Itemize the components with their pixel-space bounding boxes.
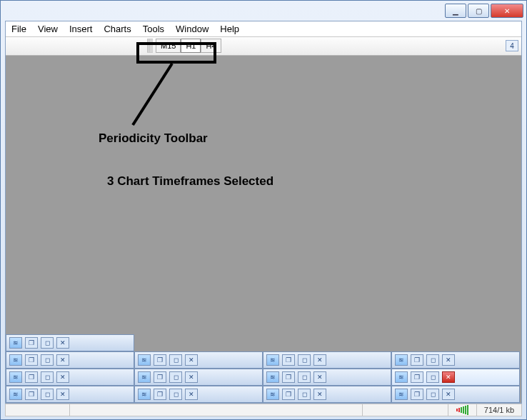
chart-icon: ≋ — [266, 371, 279, 383]
menu-view[interactable]: View — [38, 24, 58, 34]
chart-icon: ≋ — [395, 354, 408, 366]
maximize-icon[interactable]: ◻ — [426, 371, 439, 383]
chart-icon: ≋ — [9, 389, 22, 400]
period-btn-2[interactable]: H4 — [201, 39, 221, 53]
period-btn-1[interactable]: H1 — [181, 39, 201, 53]
restore-icon[interactable]: ❐ — [154, 354, 166, 366]
maximize-icon[interactable]: ◻ — [169, 389, 182, 400]
menu-file[interactable]: File — [11, 24, 26, 34]
close-icon[interactable]: ✕ — [185, 354, 198, 366]
status-kb: 714/1 kb — [477, 406, 521, 414]
minimized-chart-window[interactable]: ≋ ❐ ◻ ✕ — [263, 386, 391, 403]
menu-help[interactable]: Help — [220, 24, 239, 34]
window-maximize-button[interactable]: ▢ — [468, 4, 489, 18]
close-icon[interactable]: ✕ — [56, 337, 69, 349]
statusbar: 714/1 kb — [5, 404, 522, 416]
menu-charts[interactable]: Charts — [104, 24, 131, 34]
period-btn-0[interactable]: M15 — [156, 39, 181, 53]
maximize-icon[interactable]: ◻ — [41, 371, 54, 383]
toolbar-right-badge[interactable]: 4 — [506, 40, 518, 51]
minimized-chart-window[interactable]: ≋ ❐ ◻ ✕ — [263, 369, 391, 386]
maximize-icon[interactable]: ◻ — [169, 354, 182, 366]
menu-window[interactable]: Window — [176, 24, 209, 34]
chart-icon: ≋ — [138, 371, 151, 383]
restore-icon[interactable]: ❐ — [25, 354, 38, 366]
maximize-icon[interactable]: ◻ — [41, 354, 54, 366]
chart-icon: ≋ — [138, 354, 151, 366]
restore-icon[interactable]: ❐ — [411, 354, 423, 366]
chart-icon: ≋ — [266, 354, 279, 366]
maximize-icon[interactable]: ◻ — [41, 337, 54, 349]
restore-icon[interactable]: ❐ — [154, 371, 166, 383]
maximize-icon: ▢ — [476, 7, 482, 15]
window-minimize-button[interactable]: ▁ — [445, 4, 466, 18]
chart-icon: ≋ — [266, 389, 279, 400]
chart-icon: ≋ — [395, 389, 408, 400]
status-seg-1 — [6, 404, 70, 416]
minimized-chart-window[interactable]: ≋ ❐ ◻ ✕ — [134, 386, 263, 403]
minimized-windows-area: ≋ ❐ ◻ ✕ ≋ ❐ ◻ ✕ ≋ ❐ — [6, 334, 521, 403]
minimized-chart-window[interactable]: ≋ ❐ ◻ ✕ — [263, 351, 391, 369]
maximize-icon[interactable]: ◻ — [426, 389, 439, 400]
close-icon[interactable]: ✕ — [56, 371, 69, 383]
mdi-workspace: Periodicity Toolbar 3 Chart Timeframes S… — [6, 56, 521, 403]
restore-icon[interactable]: ❐ — [25, 337, 38, 349]
menubar: File View Insert Charts Tools Window Hel… — [6, 21, 521, 37]
minimized-chart-window[interactable]: ≋ ❐ ◻ ✕ — [6, 351, 134, 369]
close-icon[interactable]: ✕ — [313, 371, 326, 383]
close-icon[interactable]: ✕ — [442, 389, 455, 400]
annotation-subtitle: 3 Chart Timeframes Selected — [107, 174, 273, 189]
client-area: File View Insert Charts Tools Window Hel… — [5, 21, 522, 404]
restore-icon[interactable]: ❐ — [282, 354, 295, 366]
close-icon[interactable]: ✕ — [442, 354, 455, 366]
close-icon[interactable]: ✕ — [185, 371, 198, 383]
maximize-icon[interactable]: ◻ — [298, 389, 311, 400]
chart-icon: ≋ — [395, 371, 408, 383]
titlebar: ▁ ▢ ✕ — [1, 1, 526, 21]
close-icon[interactable]: ✕ — [442, 371, 455, 383]
chart-icon: ≋ — [9, 371, 22, 383]
restore-icon[interactable]: ❐ — [282, 389, 295, 400]
minimized-chart-window[interactable]: ≋ ❐ ◻ ✕ — [134, 369, 263, 386]
restore-icon[interactable]: ❐ — [282, 371, 295, 383]
menu-tools[interactable]: Tools — [143, 24, 164, 34]
annotation-title: Periodicity Toolbar — [99, 131, 208, 146]
periodicity-toolbar: M15 H1 H4 — [147, 39, 221, 53]
close-icon: ✕ — [504, 7, 510, 15]
connection-bars-icon — [448, 404, 477, 416]
restore-icon[interactable]: ❐ — [25, 389, 38, 400]
chart-icon: ≋ — [138, 389, 151, 400]
close-icon[interactable]: ✕ — [313, 389, 326, 400]
minimized-chart-window[interactable]: ≋ ❐ ◻ ✕ — [391, 351, 520, 369]
menu-insert[interactable]: Insert — [69, 24, 93, 34]
status-seg-2 — [70, 404, 363, 416]
close-icon[interactable]: ✕ — [56, 354, 69, 366]
close-icon[interactable]: ✕ — [185, 389, 198, 400]
minimized-chart-window[interactable]: ≋ ❐ ◻ ✕ — [6, 369, 134, 386]
minimized-chart-window[interactable]: ≋ ❐ ◻ ✕ — [6, 386, 134, 403]
minimized-chart-window[interactable]: ≋ ❐ ◻ ✕ — [6, 334, 134, 351]
minimized-chart-window[interactable]: ≋ ❐ ◻ ✕ — [134, 351, 263, 369]
maximize-icon[interactable]: ◻ — [41, 389, 54, 400]
restore-icon[interactable]: ❐ — [25, 371, 38, 383]
restore-icon[interactable]: ❐ — [411, 371, 423, 383]
minimized-chart-window[interactable]: ≋ ❐ ◻ ✕ — [391, 386, 520, 403]
minimized-chart-window-active[interactable]: ≋ ❐ ◻ ✕ — [391, 369, 520, 386]
restore-icon[interactable]: ❐ — [411, 389, 423, 400]
maximize-icon[interactable]: ◻ — [169, 371, 182, 383]
maximize-icon[interactable]: ◻ — [426, 354, 439, 366]
status-seg-3 — [363, 404, 448, 416]
close-icon[interactable]: ✕ — [56, 389, 69, 400]
minimize-icon: ▁ — [453, 7, 458, 15]
toolbar-grip-icon[interactable] — [147, 39, 153, 53]
app-window: ▁ ▢ ✕ File View Insert Charts Tools Wind… — [0, 0, 527, 420]
toolbar: M15 H1 H4 4 — [6, 37, 521, 56]
chart-icon: ≋ — [9, 354, 22, 366]
restore-icon[interactable]: ❐ — [154, 389, 166, 400]
maximize-icon[interactable]: ◻ — [298, 354, 311, 366]
maximize-icon[interactable]: ◻ — [298, 371, 311, 383]
window-close-button[interactable]: ✕ — [491, 4, 523, 18]
close-icon[interactable]: ✕ — [313, 354, 326, 366]
chart-icon: ≋ — [9, 337, 22, 349]
